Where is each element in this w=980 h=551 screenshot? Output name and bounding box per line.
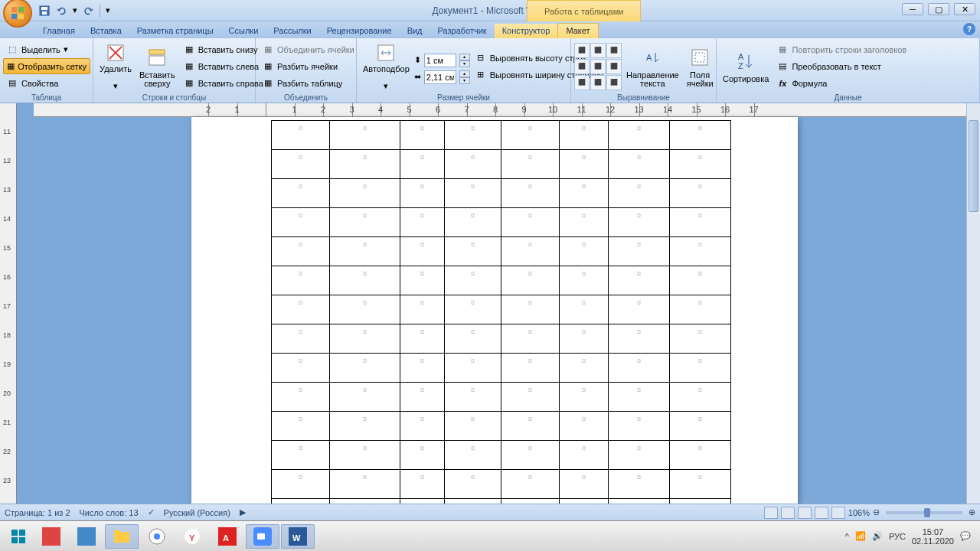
zoom-in-button[interactable]: ⊕ [969,507,975,517]
col-width-input[interactable] [424,70,456,84]
split-table-button[interactable]: ▦Разбить таблицу [259,75,358,91]
table-cell[interactable]: ¤ [560,150,609,179]
table-cell[interactable]: ¤ [272,150,330,179]
table-cell[interactable]: ¤ [272,441,330,470]
table-cell[interactable]: ¤ [670,295,731,324]
align-tl[interactable]: ⬛ [574,43,590,58]
table-cell[interactable]: ¤ [670,266,731,295]
sort-button[interactable]: AZСортировка [720,41,772,92]
table-cell[interactable]: ¤ [609,383,670,412]
document-viewport[interactable]: 211234567891011121314151617 ¤¤¤¤¤¤¤¤¤¤¤¤… [17,103,980,520]
row-height-input[interactable] [424,54,456,67]
redo-button[interactable] [81,3,96,18]
table-cell[interactable]: ¤ [609,121,670,150]
task-acrobat[interactable]: A [211,524,244,549]
table-cell[interactable]: ¤ [400,179,445,208]
maximize-button[interactable]: ▢ [928,3,949,15]
outline-view[interactable] [815,507,828,519]
split-cells-button[interactable]: ▦Разбить ячейки [259,58,358,74]
undo-button[interactable] [54,3,69,18]
table-cell[interactable]: ¤ [560,237,609,266]
table-cell[interactable]: ¤ [445,383,501,412]
table-cell[interactable]: ¤ [330,150,400,179]
draft-view[interactable] [831,507,845,519]
table-cell[interactable]: ¤ [330,324,400,354]
text-direction-button[interactable]: AНаправление текста [623,41,682,92]
table-cell[interactable]: ¤ [272,295,330,324]
table-cell[interactable]: ¤ [272,383,330,412]
table-cell[interactable]: ¤ [609,295,670,324]
print-layout-view[interactable] [764,507,778,519]
vertical-scrollbar[interactable] [966,103,980,520]
table-cell[interactable]: ¤ [670,324,731,354]
table-cell[interactable]: ¤ [272,354,330,383]
table-cell[interactable]: ¤ [400,150,445,179]
table-cell[interactable]: ¤ [330,354,400,383]
table-cell[interactable]: ¤ [560,266,609,295]
minimize-button[interactable]: ─ [902,3,923,15]
proofing-icon[interactable]: ✓ [148,507,155,517]
table-cell[interactable]: ¤ [400,237,445,266]
table-cell[interactable]: ¤ [501,295,560,324]
table-cell[interactable]: ¤ [445,324,501,354]
insert-right-button[interactable]: ▦Вставить справа [180,75,266,91]
word-count[interactable]: Число слов: 13 [80,508,139,517]
table-cell[interactable]: ¤ [445,412,501,441]
table-cell[interactable]: ¤ [272,470,330,499]
delete-button[interactable]: Удалить▾ [96,41,135,92]
close-button[interactable]: ✕ [954,3,975,15]
table-cell[interactable]: ¤ [330,237,400,266]
cell-margins-button[interactable]: Поля ячейки [684,41,717,92]
convert-to-text-button[interactable]: ▤Преобразовать в текст [773,58,910,74]
tray-notifications-icon[interactable]: 💬 [960,531,971,541]
insert-above-button[interactable]: Вставить сверху [136,41,178,92]
table-cell[interactable]: ¤ [330,266,400,295]
table-cell[interactable]: ¤ [609,441,670,470]
table-cell[interactable]: ¤ [609,150,670,179]
horizontal-ruler[interactable]: 211234567891011121314151617 [34,103,980,117]
table-cell[interactable]: ¤ [501,208,560,237]
table-cell[interactable]: ¤ [400,266,445,295]
task-app2[interactable] [70,524,103,549]
insert-below-button[interactable]: ▦Вставить снизу [180,41,266,57]
tab-table-layout[interactable]: Макет [557,23,598,38]
table-cell[interactable]: ¤ [501,470,560,499]
row-height-spinner[interactable]: ⬍▴▾ [414,54,470,67]
qat-customize[interactable]: ▾ [103,5,113,15]
align-mc[interactable]: ⬛ [590,59,606,74]
task-explorer[interactable] [105,524,139,549]
vertical-ruler[interactable]: 11121314151617181920212223 [0,103,17,520]
macro-icon[interactable]: ▶ [240,507,246,517]
table-cell[interactable]: ¤ [501,121,560,150]
table-cell[interactable]: ¤ [560,470,609,499]
table-cell[interactable]: ¤ [400,354,445,383]
table-cell[interactable]: ¤ [330,295,400,324]
tab-table-design[interactable]: Конструктор [495,24,558,38]
table-cell[interactable]: ¤ [330,383,400,412]
table-cell[interactable]: ¤ [670,121,731,150]
table-cell[interactable]: ¤ [400,121,445,150]
show-gridlines-button[interactable]: ▦Отобразить сетку [3,58,90,74]
zoom-out-button[interactable]: ⊖ [873,507,880,517]
table-cell[interactable]: ¤ [272,179,330,208]
table-cell[interactable]: ¤ [272,412,330,441]
table-cell[interactable]: ¤ [445,354,501,383]
table-cell[interactable]: ¤ [330,179,400,208]
tray-network-icon[interactable]: 📶 [855,531,866,541]
table-cell[interactable]: ¤ [560,208,609,237]
web-layout-view[interactable] [798,507,812,519]
table-cell[interactable]: ¤ [501,324,560,354]
table-cell[interactable]: ¤ [330,470,400,499]
autofit-button[interactable]: Автоподбор▾ [360,41,413,92]
repeat-header-button[interactable]: ▦Повторить строки заголовков [773,41,910,57]
table-cell[interactable]: ¤ [560,412,609,441]
table-cell[interactable]: ¤ [501,266,560,295]
table-cell[interactable]: ¤ [670,237,731,266]
select-button[interactable]: ⬚Выделить ▾ [3,41,90,57]
zoom-level[interactable]: 106% [848,508,870,517]
task-chrome[interactable] [140,524,174,549]
table-cell[interactable]: ¤ [445,121,501,150]
table-cell[interactable]: ¤ [445,266,501,295]
merge-cells-button[interactable]: ▦Объединить ячейки [259,41,358,57]
table-cell[interactable]: ¤ [501,150,560,179]
